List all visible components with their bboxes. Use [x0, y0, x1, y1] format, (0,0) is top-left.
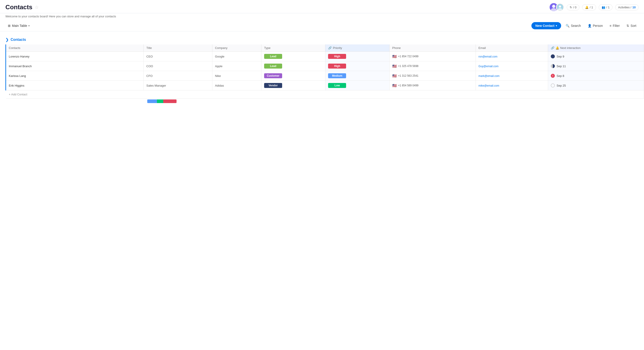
activities-count: 10 — [632, 6, 636, 9]
person-icon: 👤 — [588, 24, 592, 28]
type-cell[interactable]: Lead — [262, 61, 326, 71]
group-chevron-icon[interactable]: ❯ — [6, 37, 9, 42]
main-table-button[interactable]: ⊞ Main Table ▾ — [6, 22, 32, 29]
page-subtitle: Welcome to your contacts board! Here you… — [0, 13, 644, 20]
title-cell: CEO — [144, 52, 212, 61]
interaction-date: Sep 11 — [557, 65, 566, 68]
activities-button[interactable]: Activities / 10 — [615, 4, 638, 10]
phone-cell: 🇺🇸 +1 325 478 5698 — [389, 61, 476, 71]
title-cell: CFO — [144, 71, 212, 81]
priority-badge: Medium — [328, 73, 346, 78]
flag-icon: 🇺🇸 — [392, 64, 397, 68]
notification-cell: Sep 9 — [548, 52, 644, 61]
notification-cell: Sep 11 — [548, 61, 644, 71]
mentions-stat[interactable]: ↻ / 0 — [567, 4, 579, 10]
phone-number: +1 325 478 5698 — [398, 65, 418, 68]
table-row[interactable]: Lorenzo Harvey 💬 CEO Google Lead High 🇺🇸… — [6, 52, 644, 61]
link-icon-2: 🔗 — [551, 46, 554, 50]
toolbar: ⊞ Main Table ▾ New Contact ▾ 🔍 Search 👤 … — [0, 20, 644, 31]
priority-cell[interactable]: Low — [326, 81, 389, 90]
type-cell[interactable]: Customer — [262, 71, 326, 81]
table-row[interactable]: Immanuel Branch 💬 COO Apple Lead High 🇺🇸… — [6, 61, 644, 71]
flag-icon: 🇺🇸 — [392, 74, 397, 78]
col-priority[interactable]: 🔗 Priority — [326, 44, 389, 52]
mentions-value: / 0 — [573, 6, 576, 9]
title-cell: COO — [144, 61, 212, 71]
svg-point-1 — [552, 5, 555, 8]
company-cell: Nike — [212, 71, 261, 81]
contact-name-cell: Immanuel Branch 💬 — [6, 61, 144, 71]
col-title[interactable]: Title — [144, 44, 212, 52]
email-link[interactable]: mike@email.com — [478, 84, 499, 87]
table-row[interactable]: Karissa Lang 💬 CFO Nike Customer Medium … — [6, 71, 644, 81]
toolbar-right: New Contact ▾ 🔍 Search 👤 Person ≡ Filter… — [532, 22, 639, 29]
invite-icon: 🔔 — [585, 6, 588, 9]
search-action[interactable]: 🔍 Search — [564, 23, 583, 29]
flag-icon: 🇺🇸 — [392, 83, 397, 88]
person-action[interactable]: 👤 Person — [586, 23, 605, 29]
priority-cell[interactable]: High — [326, 61, 389, 71]
sort-action[interactable]: ⇅ Sort — [624, 23, 638, 29]
email-link[interactable]: Guy@email.com — [478, 65, 498, 68]
filter-action[interactable]: ≡ Filter — [607, 23, 622, 29]
notification-cell: ! Sep 8 — [548, 71, 644, 81]
group-header: ❯ Contacts — [6, 36, 644, 44]
invites-stat[interactable]: 🔔 / 1 — [582, 4, 596, 10]
email-link[interactable]: mark@email.com — [478, 74, 500, 78]
col-next-interaction[interactable]: 🔗 🔔 Next interaction — [548, 44, 644, 52]
contact-name-cell: Lorenzo Harvey 💬 — [6, 52, 144, 61]
email-cell: mike@email.com — [476, 81, 548, 90]
col-company[interactable]: Company — [212, 44, 261, 52]
add-contact-cell[interactable]: + Add Contact — [6, 90, 644, 99]
users-icon: 👥 — [602, 6, 605, 9]
sort-icon: ⇅ — [626, 24, 629, 28]
col-phone[interactable]: Phone — [389, 44, 476, 52]
col-contacts[interactable]: Contacts — [6, 44, 144, 52]
add-contact-row[interactable]: + Add Contact — [6, 90, 644, 99]
priority-badge: High — [328, 54, 346, 59]
contact-name: Immanuel Branch — [9, 65, 32, 68]
priority-badge: Low — [328, 83, 346, 88]
title-cell: Sales Manager — [144, 81, 212, 90]
grid-icon: ⊞ — [8, 24, 10, 28]
priority-cell[interactable]: Medium — [326, 71, 389, 81]
phone-cell: 🇺🇸 +1 854 722 0499 — [389, 52, 476, 61]
phone-cell: 🇺🇸 +1 854 589 0499 — [389, 81, 476, 90]
notification-dot — [551, 83, 555, 88]
email-cell: Guy@email.com — [476, 61, 548, 71]
mentions-icon: ↻ — [570, 6, 572, 9]
header-right: ↻ / 0 🔔 / 1 👥 / 1 Activities / 10 — [550, 3, 638, 11]
type-badge: Lead — [264, 64, 282, 69]
favorite-icon[interactable]: ☆ — [35, 5, 39, 10]
new-contact-button[interactable]: New Contact ▾ — [532, 22, 561, 29]
type-cell[interactable]: Vendor — [262, 81, 326, 90]
contact-name: Lorenzo Harvey — [9, 55, 30, 58]
contact-name-cell: Erik Higgins 💬 — [6, 81, 144, 90]
company-cell: Adidas — [212, 81, 261, 90]
avatar-group — [550, 3, 564, 11]
notification-dot: ! — [551, 74, 555, 78]
invites-value: / 1 — [590, 6, 593, 9]
type-cell[interactable]: Lead — [262, 52, 326, 61]
chevron-down-icon: ▾ — [28, 24, 30, 27]
contact-name: Erik Higgins — [9, 84, 24, 87]
email-cell: ron@email.com — [476, 52, 548, 61]
notification-cell: Sep 25 — [548, 81, 644, 90]
company-cell: Apple — [212, 61, 261, 71]
link-icon: 🔗 — [328, 46, 332, 50]
page-title: Contacts — [6, 4, 32, 11]
col-email[interactable]: Email — [476, 44, 548, 52]
email-link[interactable]: ron@email.com — [478, 55, 498, 58]
phone-number: +1 854 589 0499 — [398, 84, 418, 87]
table-row[interactable]: Erik Higgins 💬 Sales Manager Adidas Vend… — [6, 81, 644, 90]
interaction-date: Sep 9 — [557, 55, 564, 58]
interaction-date: Sep 25 — [557, 84, 566, 87]
users-stat[interactable]: 👥 / 1 — [599, 4, 612, 10]
contact-name-cell: Karissa Lang 💬 — [6, 71, 144, 81]
avatar-extra — [556, 3, 564, 11]
activities-label: Activities / — [618, 6, 632, 9]
col-type[interactable]: Type — [262, 44, 326, 52]
contact-name: Karissa Lang — [9, 74, 26, 78]
priority-cell[interactable]: High — [326, 52, 389, 61]
company-cell: Google — [212, 52, 261, 61]
